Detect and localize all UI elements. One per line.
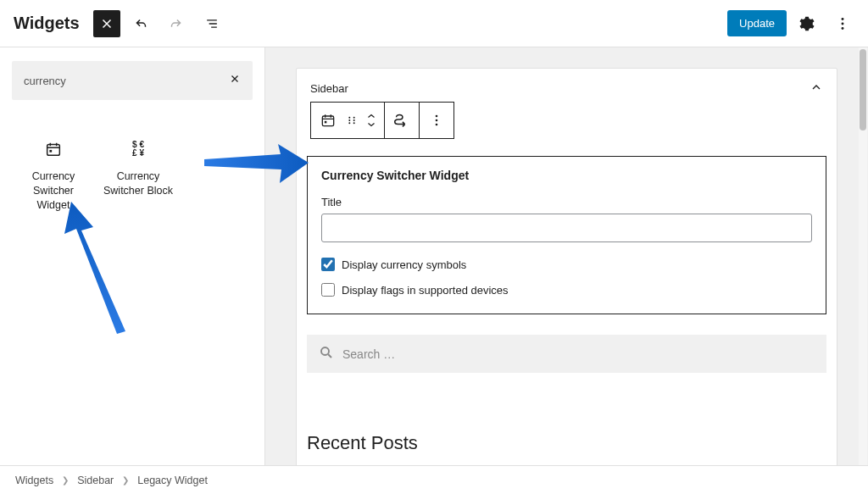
toolbar-block-type (311, 103, 385, 138)
block-label: Currency Switcher Widget (15, 169, 92, 213)
scrollbar-thumb[interactable] (860, 49, 866, 130)
breadcrumb: Widgets ❯ Sidebar ❯ Legacy Widget (0, 465, 868, 494)
drag-handle-icon[interactable] (342, 111, 361, 130)
update-button[interactable]: Update (727, 10, 787, 36)
svg-point-0 (842, 18, 844, 20)
toolbar-more[interactable] (420, 103, 453, 138)
block-item-currency-switcher-block[interactable]: $ €£ ¥ Currency Switcher Block (100, 134, 176, 216)
list-view-button[interactable] (197, 8, 227, 39)
list-view-icon (203, 15, 220, 32)
recent-posts-heading: Recent Posts (307, 432, 826, 454)
undo-icon (131, 14, 150, 33)
redo-button[interactable] (161, 8, 192, 39)
breadcrumb-item[interactable]: Legacy Widget (137, 475, 208, 486)
svg-point-12 (353, 122, 355, 124)
svg-point-7 (348, 117, 350, 119)
search-icon (319, 345, 334, 363)
svg-point-2 (842, 27, 844, 30)
widget-area-sidebar: Sidebar (296, 68, 837, 465)
widget-heading: Currency Switcher Widget (321, 169, 812, 182)
more-vertical-icon (833, 14, 852, 33)
topbar-left: Widgets (10, 8, 227, 39)
breadcrumb-item[interactable]: Sidebar (77, 475, 114, 486)
svg-point-1 (842, 22, 844, 25)
svg-point-11 (348, 122, 350, 124)
redo-icon (167, 14, 186, 33)
svg-point-15 (436, 124, 438, 126)
chevron-right-icon: ❯ (122, 475, 129, 485)
chevron-down-icon[interactable] (366, 120, 376, 129)
svg-point-14 (436, 119, 438, 122)
close-inserter-button[interactable] (93, 10, 120, 37)
title-field-label: Title (321, 196, 812, 208)
block-inserter-panel: Currency Switcher Widget $ €£ ¥ Currency… (0, 47, 265, 465)
display-symbols-label: Display currency symbols (342, 258, 466, 271)
block-results-grid: Currency Switcher Widget $ €£ ¥ Currency… (12, 134, 253, 216)
editor-canvas: Sidebar (265, 47, 868, 465)
display-flags-row: Display flags in supported devices (321, 283, 812, 297)
title-input[interactable] (321, 214, 812, 242)
search-placeholder: Search … (342, 347, 395, 361)
close-icon (229, 73, 241, 85)
block-mover[interactable] (366, 112, 376, 129)
svg-point-16 (321, 347, 329, 355)
display-symbols-checkbox[interactable] (321, 258, 335, 271)
topbar-right: Update (727, 8, 858, 39)
close-icon (99, 16, 114, 31)
breadcrumb-item[interactable]: Widgets (15, 475, 53, 486)
svg-point-13 (436, 115, 438, 118)
svg-point-10 (353, 119, 355, 121)
chevron-up-icon (810, 80, 823, 97)
undo-button[interactable] (125, 8, 156, 39)
chevron-right-icon: ❯ (62, 475, 69, 485)
page-title: Widgets (14, 14, 80, 33)
calendar-icon[interactable] (319, 111, 337, 130)
svg-rect-3 (47, 145, 60, 156)
chevron-up-icon[interactable] (366, 112, 376, 120)
legacy-widget-form: Currency Switcher Widget Title Display c… (307, 156, 826, 314)
scrollbar[interactable] (859, 47, 867, 465)
display-symbols-row: Display currency symbols (321, 258, 812, 271)
search-clear-button[interactable] (229, 73, 241, 88)
move-to-icon (392, 111, 411, 130)
block-label: Currency Switcher Block (100, 169, 176, 198)
top-bar: Widgets Update (0, 0, 868, 47)
search-block[interactable]: Search … (307, 335, 826, 373)
svg-rect-6 (325, 121, 327, 124)
multicurrency-icon: $ €£ ¥ (132, 137, 144, 161)
display-flags-label: Display flags in supported devices (342, 284, 509, 297)
toolbar-move-to[interactable] (385, 103, 420, 138)
widget-area-header[interactable]: Sidebar (297, 69, 837, 102)
display-flags-checkbox[interactable] (321, 283, 335, 297)
svg-point-8 (353, 117, 355, 119)
block-search-box (12, 61, 253, 100)
svg-point-9 (348, 119, 350, 121)
settings-button[interactable] (792, 8, 822, 39)
svg-rect-4 (49, 150, 52, 153)
svg-rect-5 (322, 116, 333, 126)
main-area: Currency Switcher Widget $ €£ ¥ Currency… (0, 47, 868, 465)
more-options-button[interactable] (827, 8, 858, 39)
widget-area-label: Sidebar (310, 82, 348, 95)
block-toolbar (310, 102, 454, 139)
block-item-currency-switcher-widget[interactable]: Currency Switcher Widget (15, 134, 92, 216)
calendar-icon (44, 137, 63, 161)
more-vertical-icon (427, 111, 446, 130)
block-search-input[interactable] (24, 75, 229, 87)
gear-icon (798, 14, 816, 33)
